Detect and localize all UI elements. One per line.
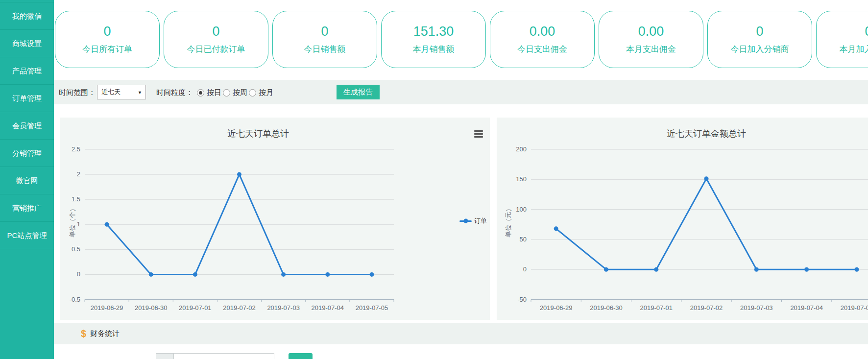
radio-label: 按日	[207, 88, 221, 97]
sidebar-item-8[interactable]: PC站点管理	[0, 222, 54, 249]
sidebar-item-1[interactable]: 商城设置	[0, 30, 54, 57]
finance-submit-button[interactable]	[289, 353, 313, 359]
sidebar-item-6[interactable]: 微官网	[0, 167, 54, 194]
legend-label: 订单	[474, 216, 487, 225]
sidebar-item-7[interactable]: 营销推广	[0, 194, 54, 222]
stat-card-value: 0	[865, 24, 868, 39]
sidebar-item-3[interactable]: 订单管理	[0, 85, 54, 112]
svg-text:50: 50	[520, 236, 527, 243]
filter-bar: 时间范围： 近七天 ▼ 时间粒度： 生成报告 按日按周按月	[54, 80, 868, 104]
svg-text:100: 100	[516, 206, 527, 213]
stat-card-value: 0	[756, 24, 763, 39]
finance-input[interactable]	[173, 353, 274, 359]
stat-card-value: 0	[321, 24, 328, 39]
svg-text:2019-07-05: 2019-07-05	[356, 304, 388, 311]
sidebar-item-5[interactable]: 分销管理	[0, 140, 54, 167]
radio-icon[interactable]	[223, 89, 230, 96]
stat-card-label: 本月加入分销商	[840, 44, 868, 55]
radio-option-0[interactable]: 按日	[197, 88, 221, 97]
time-range-select[interactable]: 近七天 ▼	[97, 85, 146, 99]
stat-card: 0本月加入分销商	[816, 11, 868, 68]
svg-text:2019-07-04: 2019-07-04	[790, 304, 823, 311]
stat-card-label: 今日所有订单	[82, 44, 132, 55]
svg-text:0.5: 0.5	[72, 245, 80, 253]
stat-cards-row: 0今日所有订单0今日已付款订单0今日销售额151.30本月销售额0.00今日支出…	[55, 11, 868, 68]
svg-text:2019-07-05: 2019-07-05	[841, 304, 868, 311]
svg-text:0: 0	[77, 270, 80, 278]
dollar-icon: $	[81, 328, 86, 339]
stat-card: 0今日销售额	[272, 11, 377, 68]
chart-panel-orders: 2.521.510.50-0.52019-06-292019-06-302019…	[60, 118, 490, 320]
sidebar-item-4[interactable]: 会员管理	[0, 112, 54, 140]
stat-card-value: 0.00	[638, 24, 664, 39]
radio-label: 按月	[259, 88, 273, 97]
stat-card-value: 0	[103, 24, 111, 39]
stat-card: 0今日加入分销商	[707, 11, 812, 68]
finance-bar: $ 财务统计	[54, 323, 868, 344]
radio-icon[interactable]	[197, 89, 204, 96]
sidebar-menu: 我的微信商城设置产品管理订单管理会员管理分销管理微官网营销推广PC站点管理	[0, 2, 54, 249]
stat-card-label: 今日支出佣金	[517, 44, 567, 55]
radio-icon[interactable]	[249, 89, 256, 96]
time-range-label: 时间范围：	[59, 88, 96, 97]
svg-text:150: 150	[516, 175, 527, 183]
svg-text:2019-07-03: 2019-07-03	[740, 304, 773, 311]
generate-report-button[interactable]: 生成报告	[337, 85, 380, 99]
stat-card: 151.30本月销售额	[381, 11, 486, 68]
stat-card-label: 今日加入分销商	[731, 44, 789, 55]
radio-label: 按周	[233, 88, 247, 97]
y-axis-name: 单位（元）	[504, 206, 513, 238]
finance-title: 财务统计	[90, 329, 120, 338]
hamburger-icon[interactable]	[474, 130, 483, 138]
svg-text:-0.5: -0.5	[70, 296, 80, 303]
svg-text:2019-06-30: 2019-06-30	[135, 304, 168, 311]
svg-text:2: 2	[77, 170, 80, 178]
svg-text:2019-06-29: 2019-06-29	[540, 304, 573, 311]
dashboard: 我的微信商城设置产品管理订单管理会员管理分销管理微官网营销推广PC站点管理 0今…	[0, 0, 868, 359]
stat-card-label: 本月支出佣金	[626, 44, 676, 55]
sidebar: 我的微信商城设置产品管理订单管理会员管理分销管理微官网营销推广PC站点管理	[0, 0, 54, 359]
orders-line-chart[interactable]: 2.521.510.50-0.52019-06-292019-06-302019…	[60, 118, 490, 320]
time-range-value: 近七天	[101, 88, 121, 96]
svg-text:2019-07-02: 2019-07-02	[223, 304, 256, 311]
stat-card-value: 0	[212, 24, 219, 39]
stat-card: 0今日所有订单	[55, 11, 160, 68]
radio-option-2[interactable]: 按月	[249, 88, 273, 97]
stat-card-label: 今日销售额	[304, 44, 346, 55]
y-axis-name: 单位（个）	[68, 206, 77, 238]
granularity-label: 时间粒度：	[156, 88, 193, 97]
svg-text:2019-07-04: 2019-07-04	[312, 304, 344, 311]
stat-card: 0.00本月支出佣金	[599, 11, 703, 68]
chart-title: 近七天订单金额总计	[667, 128, 746, 140]
amount-line-chart[interactable]: 200150100500-502019-06-292019-06-302019-…	[497, 118, 868, 320]
svg-text:-50: -50	[517, 296, 527, 303]
chart-panel-amount: 200150100500-502019-06-292019-06-302019-…	[497, 118, 868, 320]
svg-text:2019-06-29: 2019-06-29	[91, 304, 123, 311]
svg-text:2019-06-30: 2019-06-30	[590, 304, 623, 311]
stat-card: 0.00今日支出佣金	[490, 11, 595, 68]
svg-text:1.5: 1.5	[72, 195, 80, 203]
stat-card-value: 0.00	[530, 24, 555, 39]
stat-card: 0今日已付款订单	[164, 11, 268, 68]
stat-card-label: 今日已付款订单	[187, 44, 245, 55]
input-addon	[156, 353, 174, 359]
chart-title: 近七天订单总计	[227, 128, 289, 140]
svg-text:0: 0	[523, 265, 527, 273]
sidebar-item-2[interactable]: 产品管理	[0, 57, 54, 85]
svg-text:2019-07-01: 2019-07-01	[179, 304, 212, 311]
chart-legend[interactable]: 订单	[459, 216, 487, 225]
legend-marker-icon	[459, 220, 472, 222]
sidebar-item-0[interactable]: 我的微信	[0, 2, 54, 30]
svg-text:200: 200	[516, 145, 527, 153]
stat-card-value: 151.30	[413, 24, 454, 39]
svg-text:2019-07-02: 2019-07-02	[690, 304, 723, 311]
stat-card-label: 本月销售额	[413, 44, 455, 55]
radio-option-1[interactable]: 按周	[223, 88, 247, 97]
svg-text:2019-07-03: 2019-07-03	[267, 304, 300, 311]
svg-text:2019-07-01: 2019-07-01	[640, 304, 673, 311]
svg-text:2.5: 2.5	[72, 145, 80, 153]
svg-text:1: 1	[77, 220, 80, 228]
chevron-down-icon: ▼	[138, 86, 142, 99]
